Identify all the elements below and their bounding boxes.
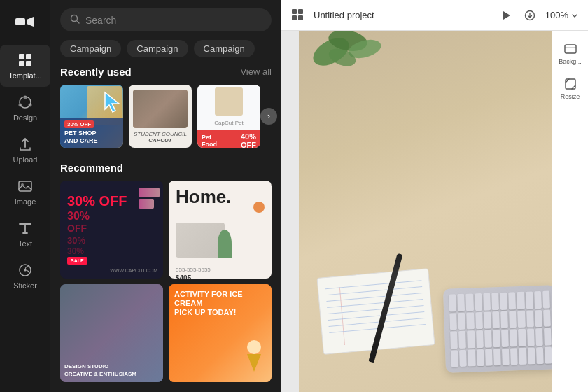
petfood-name: Pet (202, 134, 217, 141)
svg-rect-18 (298, 15, 303, 20)
team-faces (133, 90, 188, 128)
background-icon (564, 42, 578, 56)
sale-sub: WWW.CAPCUT.COM (110, 268, 158, 273)
svg-rect-9 (19, 181, 31, 191)
recommend-card-people[interactable]: DESIGN STUDIOCREATIVE & ENTHUSIASM (60, 284, 163, 382)
carousel-next[interactable]: › (260, 108, 277, 125)
key-26 (458, 331, 466, 349)
svg-rect-1 (19, 54, 24, 59)
key-32 (510, 329, 517, 346)
icon-sidebar: Templat... Design Upload (0, 0, 50, 392)
recent-card-capcut[interactable]: STUDENT COUNCILCAPCUT (129, 85, 192, 148)
filter-tab-0[interactable]: Campaign (60, 40, 121, 57)
search-bar[interactable] (60, 8, 272, 31)
canvas-content (299, 31, 570, 392)
resize-label: Resize (561, 93, 580, 100)
svg-rect-15 (292, 9, 297, 14)
filter-tab-1[interactable]: Campaign (127, 40, 188, 57)
petfood-img: CapCut Pet (214, 88, 243, 127)
svg-rect-17 (292, 15, 297, 20)
sidebar-item-text[interactable]: Text (0, 213, 50, 255)
key-24 (543, 309, 551, 327)
petfood-food: Food (202, 141, 217, 148)
main-area: Untitled project 100% (281, 0, 588, 392)
filter-tab-2[interactable]: Campaign (194, 40, 255, 57)
icecream-img (244, 340, 265, 375)
sidebar-item-sticker[interactable]: Sticker (0, 255, 50, 297)
home-title: Home. (176, 188, 265, 206)
key-38 (459, 349, 467, 367)
key-39 (468, 349, 475, 367)
key-31 (501, 330, 509, 347)
recommend-grid: 30% OFF 30% OFF 30% 30% OFF SALE WWW.CAP… (60, 181, 272, 382)
key-5 (483, 293, 491, 310)
sidebar-item-upload[interactable]: Upload (0, 129, 50, 171)
notebook-margin (340, 287, 345, 345)
grid-icon (17, 52, 34, 69)
home-product-img (176, 209, 232, 258)
sidebar-item-design[interactable]: Design (0, 87, 50, 129)
search-icon (70, 14, 80, 26)
key-43 (502, 348, 510, 365)
templates-panel: Campaign Campaign Campaign Recently used… (50, 0, 281, 392)
recommend-card-home[interactable]: Home. 555-555-5555 $405 (169, 181, 272, 279)
plant-leaves (313, 31, 383, 80)
text-icon (17, 220, 34, 237)
petfood-discount: 40%OFF (241, 132, 256, 148)
key-22 (526, 310, 534, 328)
key-23 (535, 309, 542, 327)
keyboard (443, 285, 558, 373)
background-tool[interactable]: Backg... (556, 36, 584, 70)
sidebar-item-image[interactable]: Image (0, 171, 50, 213)
key-4 (475, 293, 482, 311)
canvas-area (281, 31, 588, 392)
sidebar-item-text-label: Text (18, 239, 32, 248)
view-all-button[interactable]: View all (240, 66, 272, 77)
icecream-title: ACTIVITY FOR ICE CREAMPICK UP TODAY! (174, 290, 266, 318)
sale-line-3: OFF (67, 223, 156, 234)
petfood-bottom: Pet Food 40%OFF (197, 130, 260, 148)
svg-point-12 (24, 270, 27, 272)
svg-rect-4 (26, 61, 31, 66)
key-47 (536, 346, 544, 364)
resize-tool[interactable]: Resize (556, 71, 584, 105)
zoom-selector[interactable]: 100% (545, 10, 578, 20)
recent-card-petshop[interactable]: 30% OFF PET SHOPAND CARE (60, 85, 123, 148)
home-plant (218, 230, 232, 258)
play-button[interactable] (498, 7, 514, 24)
key-28 (476, 330, 484, 348)
pink-product-2 (139, 199, 154, 209)
icecream-scoop (247, 340, 261, 354)
sidebar-item-image-label: Image (15, 197, 36, 206)
pink-product-1 (139, 188, 160, 197)
sidebar-item-templates[interactable]: Templat... (0, 45, 50, 87)
key-2 (457, 294, 465, 312)
key-8 (508, 292, 516, 309)
sale-badge: SALE (67, 257, 88, 265)
recent-card-petfood[interactable]: CapCut Pet Pet Food 40%OFF (197, 85, 260, 148)
recommend-card-sale[interactable]: 30% OFF 30% OFF 30% 30% OFF SALE WWW.CAP… (60, 181, 163, 279)
recently-used-grid: 30% OFF PET SHOPAND CARE STUDENT COUNCIL… (60, 85, 272, 148)
image-icon (17, 178, 34, 195)
key-27 (467, 330, 475, 348)
home-price: 555-555-5555 (176, 266, 211, 273)
home-phone: 555-555-5555 (176, 267, 211, 273)
key-6 (491, 293, 499, 310)
download-button[interactable] (522, 7, 538, 24)
logo-button[interactable] (10, 8, 41, 39)
petfood-top: CapCut Pet (197, 85, 260, 130)
key-40 (476, 349, 484, 366)
key-20 (509, 311, 517, 328)
key-42 (493, 349, 501, 366)
svg-marker-19 (503, 11, 510, 20)
search-input[interactable] (85, 15, 262, 26)
key-13 (449, 313, 457, 330)
upload-icon (17, 136, 34, 153)
key-3 (466, 293, 474, 311)
key-45 (519, 347, 526, 365)
key-12 (542, 291, 550, 309)
petfood-product (215, 88, 243, 115)
petfood-text: Pet Food (202, 134, 217, 148)
sidebar-item-upload-label: Upload (13, 155, 38, 164)
recommend-card-icecream[interactable]: ACTIVITY FOR ICE CREAMPICK UP TODAY! (169, 284, 272, 382)
